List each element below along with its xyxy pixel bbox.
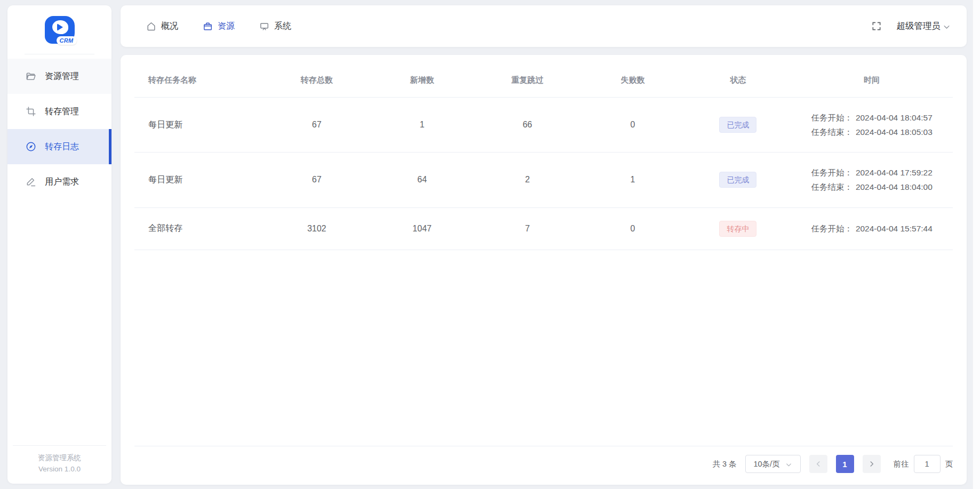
- user-menu[interactable]: 超级管理员: [897, 20, 951, 32]
- scrollbar[interactable]: [973, 0, 980, 489]
- status-badge: 已完成: [719, 117, 756, 133]
- sidebar: CRM 资源管理 转存管理: [7, 5, 111, 484]
- chevron-down-icon: [785, 461, 792, 468]
- logo-text: CRM: [57, 36, 77, 45]
- sidebar-item-transfer-management[interactable]: 转存管理: [7, 94, 111, 129]
- sidebar-footer: 资源管理系统 Version 1.0.0: [13, 445, 106, 484]
- cell-skipped: 2: [475, 153, 580, 207]
- sidebar-item-label: 转存日志: [45, 141, 79, 153]
- cell-added: 64: [369, 153, 474, 207]
- logo-area: CRM: [25, 5, 94, 54]
- col-failed: 失败数: [580, 69, 685, 98]
- edit-icon: [26, 177, 36, 187]
- col-skipped: 重复跳过: [475, 69, 580, 98]
- chevron-down-icon: [943, 23, 951, 31]
- prev-page-button[interactable]: [809, 455, 827, 473]
- cell-time: 任务开始：2024-04-04 17:59:22 任务结束：2024-04-04…: [811, 165, 932, 194]
- logo-play-circle: [52, 20, 68, 34]
- col-added: 新增数: [369, 69, 474, 98]
- table-row: 每日更新 67 64 2 1 已完成 任务开始：2024-04-04 17:59…: [134, 153, 953, 207]
- next-page-button[interactable]: [863, 455, 881, 473]
- user-menu-label: 超级管理员: [897, 20, 941, 32]
- cell-total: 3102: [264, 207, 369, 250]
- cell-failed: 0: [580, 207, 685, 250]
- table-header-row: 转存任务名称 转存总数 新增数 重复跳过 失败数 状态 时间: [134, 69, 953, 98]
- cell-task-name: 全部转存: [134, 207, 264, 250]
- tab-label: 系统: [274, 21, 291, 32]
- cell-time: 任务开始：2024-04-04 15:57:44: [811, 221, 932, 236]
- sidebar-item-label: 资源管理: [45, 71, 79, 82]
- goto-suffix: 页: [945, 459, 953, 469]
- version-label: Version 1.0.0: [13, 464, 106, 475]
- topbar: 概况 资源 系统: [121, 5, 967, 47]
- monitor-icon: [259, 21, 269, 31]
- cell-time: 任务开始：2024-04-04 18:04:57 任务结束：2024-04-04…: [811, 110, 932, 139]
- sidebar-item-label: 转存管理: [45, 106, 79, 117]
- cell-failed: 1: [580, 153, 685, 207]
- status-badge: 转存中: [719, 221, 756, 237]
- compass-icon: [26, 141, 36, 152]
- cell-skipped: 66: [475, 98, 580, 153]
- cell-added: 1047: [369, 207, 474, 250]
- cell-task-name: 每日更新: [134, 98, 264, 153]
- pagination: 共 3 条 10条/页 1 前往 页: [134, 446, 953, 485]
- transfer-log-table: 转存任务名称 转存总数 新增数 重复跳过 失败数 状态 时间 每日更新 67 1…: [134, 69, 953, 250]
- total-count-label: 共 3 条: [712, 459, 736, 469]
- col-task-name: 转存任务名称: [134, 69, 264, 98]
- system-name: 资源管理系统: [13, 453, 106, 464]
- sidebar-menu: 资源管理 转存管理 转存日志: [7, 59, 111, 445]
- table-row: 全部转存 3102 1047 7 0 转存中 任务开始：2024-04-04 1…: [134, 207, 953, 250]
- sidebar-item-transfer-log[interactable]: 转存日志: [7, 129, 111, 164]
- fullscreen-icon[interactable]: [871, 21, 882, 31]
- briefcase-icon: [203, 21, 213, 31]
- page-size-select[interactable]: 10条/页: [745, 455, 801, 473]
- goto-label: 前往: [894, 459, 909, 469]
- goto-page-input[interactable]: [914, 455, 941, 473]
- home-icon: [146, 21, 156, 31]
- folder-icon: [26, 71, 36, 82]
- sidebar-item-resource-management[interactable]: 资源管理: [7, 59, 111, 94]
- top-nav-tabs: 概况 资源 系统: [146, 21, 291, 32]
- cell-total: 67: [264, 98, 369, 153]
- crop-icon: [26, 106, 36, 117]
- sidebar-item-label: 用户需求: [45, 177, 79, 188]
- tab-resources[interactable]: 资源: [203, 21, 235, 32]
- col-total: 转存总数: [264, 69, 369, 98]
- col-status: 状态: [686, 69, 791, 98]
- sidebar-item-user-demand[interactable]: 用户需求: [7, 164, 111, 199]
- table-row: 每日更新 67 1 66 0 已完成 任务开始：2024-04-04 18:04…: [134, 98, 953, 153]
- current-page-button[interactable]: 1: [836, 455, 854, 473]
- cell-task-name: 每日更新: [134, 153, 264, 207]
- topbar-right: 超级管理员: [871, 20, 951, 32]
- tab-label: 概况: [161, 21, 178, 32]
- cell-total: 67: [264, 153, 369, 207]
- tab-label: 资源: [218, 21, 235, 32]
- tab-system[interactable]: 系统: [259, 21, 291, 32]
- status-badge: 已完成: [719, 172, 756, 188]
- content-card: 转存任务名称 转存总数 新增数 重复跳过 失败数 状态 时间 每日更新 67 1…: [121, 55, 967, 485]
- crm-logo: CRM: [45, 16, 75, 44]
- cell-failed: 0: [580, 98, 685, 153]
- tab-overview[interactable]: 概况: [146, 21, 178, 32]
- cell-skipped: 7: [475, 207, 580, 250]
- col-time: 时间: [791, 69, 953, 98]
- goto-page: 前往 页: [894, 455, 953, 473]
- cell-added: 1: [369, 98, 474, 153]
